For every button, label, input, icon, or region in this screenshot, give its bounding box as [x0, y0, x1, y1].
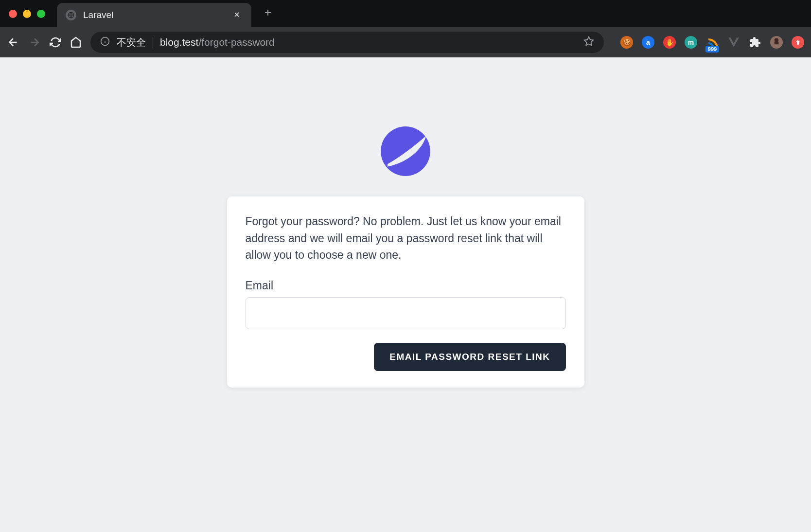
- extension-icon-up[interactable]: [792, 36, 804, 49]
- svg-marker-2: [584, 37, 593, 45]
- extension-icon-m[interactable]: m: [685, 36, 697, 49]
- security-label: 不安全: [117, 36, 146, 49]
- minimize-window-button[interactable]: [23, 10, 31, 18]
- badge-count: 999: [705, 46, 719, 53]
- browser-tab[interactable]: Laravel: [57, 3, 251, 27]
- url-path: /forgot-password: [198, 36, 274, 48]
- description-text: Forgot your password? No problem. Just l…: [246, 213, 566, 264]
- close-tab-button[interactable]: [231, 8, 243, 23]
- extension-icon-vue[interactable]: [727, 36, 740, 49]
- profile-avatar[interactable]: [770, 36, 783, 49]
- reload-button[interactable]: [50, 36, 61, 48]
- bookmark-star-icon[interactable]: [583, 36, 594, 49]
- extension-icon-hand[interactable]: ✋: [663, 36, 676, 49]
- url-text: blog.test/forgot-password: [160, 36, 577, 48]
- tab-title: Laravel: [83, 10, 231, 20]
- extensions-puzzle-icon[interactable]: [749, 36, 761, 49]
- browser-toolbar: 不安全 blog.test/forgot-password 🍪 a ✋ m 99…: [0, 27, 811, 57]
- info-icon: [100, 36, 110, 48]
- extension-icon-a[interactable]: a: [642, 36, 654, 49]
- email-input[interactable]: [246, 297, 566, 329]
- window-controls: [9, 10, 45, 18]
- new-tab-button[interactable]: [263, 7, 273, 20]
- page-content: Forgot your password? No problem. Just l…: [0, 57, 811, 532]
- home-button[interactable]: [70, 36, 82, 48]
- address-bar[interactable]: 不安全 blog.test/forgot-password: [90, 32, 604, 53]
- tab-bar: Laravel: [0, 0, 811, 27]
- forward-button[interactable]: [28, 36, 41, 49]
- browser-chrome: Laravel 不安全 blog.test/f: [0, 0, 811, 57]
- back-button[interactable]: [7, 36, 19, 49]
- globe-icon: [66, 10, 76, 20]
- maximize-window-button[interactable]: [37, 10, 45, 18]
- button-row: EMAIL PASSWORD RESET LINK: [246, 343, 566, 371]
- divider: [153, 36, 153, 48]
- extension-icon-rss[interactable]: 999: [706, 36, 719, 49]
- svg-point-4: [381, 126, 430, 176]
- email-label: Email: [246, 279, 566, 292]
- submit-button[interactable]: EMAIL PASSWORD RESET LINK: [374, 343, 565, 371]
- extension-icons: 🍪 a ✋ m 999: [620, 36, 804, 49]
- close-window-button[interactable]: [9, 10, 17, 18]
- url-host: blog.test: [160, 36, 198, 48]
- forgot-password-card: Forgot your password? No problem. Just l…: [227, 196, 584, 388]
- extension-icon-cookie[interactable]: 🍪: [620, 36, 633, 49]
- app-logo: [380, 125, 431, 177]
